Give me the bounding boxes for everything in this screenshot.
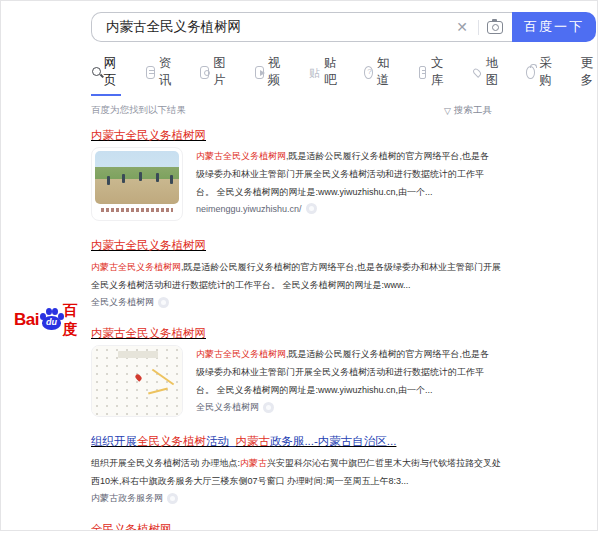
news-icon: [146, 66, 155, 79]
search-result: 组织开展全民义务植树活动_内蒙古政务服...-内蒙古自治区... 组织开展全民义…: [91, 431, 509, 504]
tab-label: 图片: [213, 55, 229, 89]
tab-文库[interactable]: 文库: [418, 55, 447, 94]
logo-text-du: du: [42, 317, 61, 327]
tieba-icon: [309, 66, 320, 79]
photo-caption: [101, 208, 173, 212]
result-title-link[interactable]: 全民义务植树网: [91, 522, 172, 532]
result-source-row: 内蒙古政务服务网: [91, 492, 509, 505]
tab-贴吧[interactable]: 贴吧: [309, 55, 339, 94]
result-title-link[interactable]: 内蒙古全民义务植树网: [91, 238, 206, 252]
tab-采购[interactable]: 采购: [526, 55, 556, 94]
logo-text-bai: Bai: [14, 310, 39, 330]
result-source-row: 全民义务植树网: [91, 296, 509, 309]
map-pin-icon: [134, 373, 142, 381]
result-thumbnail[interactable]: [91, 147, 183, 221]
image-icon: [200, 66, 209, 79]
source-badge-icon: [158, 297, 169, 308]
results-count-text: 百度为您找到以下结果: [91, 104, 186, 117]
tab-label: 地图: [486, 55, 501, 89]
search-input[interactable]: 内蒙古全民义务植树网 ✕: [91, 12, 512, 42]
result-source-row: neimenggu.yiwuzhishu.cn/: [196, 203, 496, 214]
results-info-bar: 百度为您找到以下结果 ▽ 搜索工具: [91, 104, 492, 117]
tab-label: 文库: [431, 55, 447, 89]
search-divider: [478, 20, 479, 35]
result-description: 内蒙古全民义务植树网,既是适龄公民履行义务植树的官方网络平台,也是各级绿委办和林…: [196, 147, 496, 201]
tree-planting-photo: [92, 148, 182, 220]
result-description: 内蒙古全民义务植树网,既是适龄公民履行义务植树的官方网络平台,也是各级绿委办和林…: [91, 258, 509, 294]
question-icon: [364, 66, 373, 79]
result-source-text: 全民义务植树网: [196, 401, 259, 414]
search-result: 全民义务植树网 全民义务植树网 履行植树义务 共建美丽中国 全民义务植树网,既是…: [91, 519, 509, 532]
tab-视频[interactable]: 视频: [255, 55, 285, 94]
doc-icon: [419, 66, 426, 79]
search-result: 内蒙古全民义务植树网 内蒙古全民义务植树网,既是适龄公民履行义务植树的官方网络平…: [91, 323, 509, 417]
tab-label: 资讯: [159, 55, 175, 89]
clear-icon[interactable]: ✕: [454, 20, 470, 34]
main-column: 内蒙古全民义务植树网 ✕ 百度一下 网页 资讯 图片 视频 贴吧 知道 文库 地…: [91, 12, 597, 531]
result-title-link[interactable]: 组织开展全民义务植树活动_内蒙古政务服...-内蒙古自治区...: [91, 434, 396, 448]
search-button[interactable]: 百度一下: [512, 12, 596, 42]
tab-label: 贴吧: [324, 55, 339, 89]
tab-label: 更多: [581, 55, 598, 89]
result-source-text: 全民义务植树网: [91, 296, 154, 309]
result-description: 内蒙古全民义务植树网,既是适龄公民履行义务植树的官方网络平台,也是各级绿委办和林…: [196, 345, 496, 399]
funnel-icon: ▽: [444, 106, 451, 116]
tab-label: 采购: [539, 55, 555, 89]
result-title-link[interactable]: 内蒙古全民义务植树网: [91, 326, 206, 340]
result-thumbnail[interactable]: [91, 345, 183, 417]
tab-图片[interactable]: 图片: [200, 55, 230, 94]
nav-tabs: 网页 资讯 图片 视频 贴吧 知道 文库 地图 采购 更多: [91, 55, 597, 96]
tab-知道[interactable]: 知道: [364, 55, 394, 94]
tab-label: 网页: [104, 55, 121, 89]
tab-地图[interactable]: 地图: [472, 55, 502, 94]
search-result: 内蒙古全民义务植树网 内蒙古全民义务植树网,既是适龄公民履行义务植树的官方网络平…: [91, 235, 509, 308]
result-description: 组织开展全民义务植树活动 办理地点:内蒙古兴安盟科尔沁右翼中旗巴仁哲里木大街与代…: [91, 454, 509, 490]
top-bar: Bai du 百度 内蒙古全民义务植树网 ✕ 百度一下 网页 资讯: [1, 1, 597, 531]
results-list: 内蒙古全民义务植树网 内蒙古全民义务植树网,既是适龄公民履行义务: [91, 125, 509, 531]
tab-更多[interactable]: 更多: [581, 55, 598, 94]
map-image: [92, 346, 182, 416]
source-badge-icon: [306, 203, 317, 214]
source-badge-icon: [263, 402, 274, 413]
result-source-text: 内蒙古政务服务网: [91, 492, 163, 505]
search-result: 内蒙古全民义务植树网 内蒙古全民义务植树网,既是适龄公民履行义务: [91, 125, 509, 221]
search-tools-button[interactable]: ▽ 搜索工具: [444, 104, 492, 117]
tab-资讯[interactable]: 资讯: [146, 55, 176, 94]
tab-label: 视频: [268, 55, 284, 89]
result-title-link[interactable]: 内蒙古全民义务植树网: [91, 128, 206, 142]
search-icon: [91, 66, 100, 79]
tab-label: 知道: [377, 55, 393, 89]
camera-icon[interactable]: [487, 21, 503, 34]
tab-网页[interactable]: 网页: [91, 55, 121, 96]
search-assembly: 内蒙古全民义务植树网 ✕ 百度一下: [91, 12, 596, 42]
baidu-serp-page: Bai du 百度 内蒙古全民义务植树网 ✕ 百度一下 网页 资讯: [0, 0, 598, 531]
source-badge-icon: [167, 493, 178, 504]
result-source-text: neimenggu.yiwuzhishu.cn/: [196, 204, 302, 214]
baidu-paw-icon: du: [39, 308, 62, 331]
search-query-text[interactable]: 内蒙古全民义务植树网: [106, 18, 454, 36]
map-icon: [471, 67, 482, 78]
video-icon: [255, 66, 264, 79]
result-source-row: 全民义务植树网: [196, 401, 496, 414]
search-tools-label: 搜索工具: [454, 104, 492, 117]
baidu-logo[interactable]: Bai du 百度: [14, 12, 91, 531]
purchase-icon: [526, 66, 535, 79]
logo-text-cn: 百度: [63, 301, 91, 339]
